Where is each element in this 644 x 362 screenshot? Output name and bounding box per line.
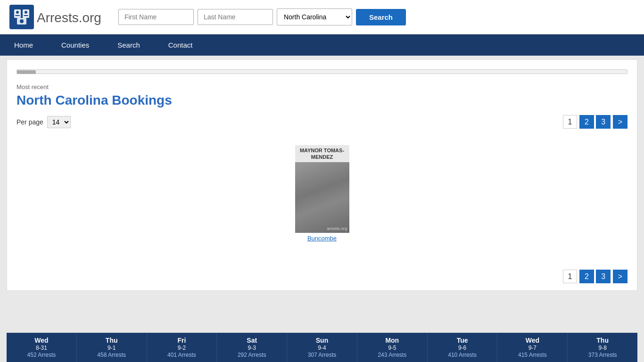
day-cell-6[interactable]: Tue9-6410 Arrests	[428, 333, 498, 362]
logo-text: Arrests.org	[37, 8, 101, 26]
day-cell-2[interactable]: Fri9-2401 Arrests	[147, 333, 217, 362]
day-strip: Wed8-31452 ArrestsThu9-1458 ArrestsFri9-…	[7, 333, 637, 362]
per-page-area: Per page 14 28 42	[17, 116, 71, 128]
last-name-input[interactable]	[198, 9, 273, 25]
day-date: 9-7	[499, 345, 565, 351]
day-name: Fri	[149, 337, 215, 344]
booking-name: MAYNOR TOMAS-MENDEZ	[295, 145, 349, 163]
nav-contact[interactable]: Contact	[154, 34, 207, 56]
first-name-input[interactable]	[118, 9, 194, 25]
day-count: 373 Arrests	[570, 352, 636, 358]
day-name: Sun	[289, 337, 355, 344]
page-1-bottom[interactable]: 1	[563, 270, 578, 283]
booking-grid: MAYNOR TOMAS-MENDEZ arrests.org Buncombe	[17, 136, 627, 268]
main-nav: Home Counties Search Contact	[0, 34, 644, 56]
controls-row: Per page 14 28 42 1 2 3 >	[17, 116, 627, 128]
pagination-bottom: 1 2 3 >	[563, 272, 627, 281]
day-cell-1[interactable]: Thu9-1458 Arrests	[77, 333, 147, 362]
scroll-area[interactable]	[17, 69, 627, 74]
svg-point-2	[16, 11, 19, 14]
svg-point-3	[25, 11, 27, 14]
most-recent-label: Most recent	[17, 83, 627, 90]
day-date: 9-5	[359, 345, 425, 351]
nav-counties[interactable]: Counties	[47, 34, 103, 56]
booking-county[interactable]: Buncombe	[295, 233, 349, 244]
next-page-top[interactable]: >	[613, 115, 627, 129]
day-cell-3[interactable]: Sat9-3292 Arrests	[217, 333, 287, 362]
day-count: 452 Arrests	[8, 352, 74, 358]
day-name: Thu	[79, 337, 145, 344]
per-page-label: Per page	[17, 118, 43, 126]
page-2-bottom[interactable]: 2	[579, 270, 594, 283]
booking-photo: arrests.org	[295, 162, 349, 233]
booking-photo-inner	[295, 162, 349, 233]
page-3-bottom[interactable]: 3	[596, 270, 611, 283]
per-page-select[interactable]: 14 28 42	[47, 116, 71, 128]
day-count: 410 Arrests	[429, 352, 495, 358]
day-date: 9-1	[79, 345, 145, 351]
day-count: 401 Arrests	[149, 352, 215, 358]
svg-point-7	[20, 19, 24, 23]
day-cell-4[interactable]: Sun9-4307 Arrests	[287, 333, 357, 362]
scroll-thumb	[17, 70, 36, 74]
page-1-top[interactable]: 1	[563, 115, 578, 129]
day-name: Sat	[219, 337, 285, 344]
day-count: 458 Arrests	[79, 352, 145, 358]
state-select[interactable]: North Carolina Alabama Alaska California	[277, 8, 352, 25]
page-heading: Most recent North Carolina Bookings	[17, 69, 627, 108]
booking-card[interactable]: MAYNOR TOMAS-MENDEZ arrests.org Buncombe	[295, 145, 349, 258]
svg-rect-4	[15, 15, 20, 16]
nav-home[interactable]: Home	[0, 34, 47, 56]
page-2-top[interactable]: 2	[579, 115, 594, 129]
day-date: 9-2	[149, 345, 215, 351]
day-date: 9-6	[429, 345, 495, 351]
page-title: North Carolina Bookings	[17, 92, 627, 108]
day-name: Mon	[359, 337, 425, 344]
day-count: 292 Arrests	[219, 352, 285, 358]
search-button[interactable]: Search	[356, 9, 406, 25]
day-name: Wed	[8, 337, 74, 344]
day-date: 9-4	[289, 345, 355, 351]
day-count: 307 Arrests	[289, 352, 355, 358]
header-form: North Carolina Alabama Alaska California…	[118, 8, 406, 25]
booking-watermark: arrests.org	[327, 226, 347, 231]
day-count: 415 Arrests	[499, 352, 565, 358]
logo-area[interactable]: Arrests.org	[9, 5, 101, 29]
day-cell-8[interactable]: Thu9-8373 Arrests	[568, 333, 637, 362]
logo-icon	[9, 5, 34, 29]
header: Arrests.org North Carolina Alabama Alask…	[0, 0, 644, 34]
svg-rect-5	[24, 15, 28, 16]
day-date: 9-8	[570, 345, 636, 351]
day-name: Tue	[429, 337, 495, 344]
day-cell-7[interactable]: Wed9-7415 Arrests	[497, 333, 568, 362]
day-cell-5[interactable]: Mon9-5243 Arrests	[357, 333, 428, 362]
day-date: 9-3	[219, 345, 285, 351]
day-name: Wed	[499, 337, 565, 344]
nav-search[interactable]: Search	[103, 34, 154, 56]
day-cell-0[interactable]: Wed8-31452 Arrests	[7, 333, 77, 362]
next-page-bottom[interactable]: >	[613, 270, 627, 283]
controls-row-bottom: 1 2 3 >	[17, 272, 627, 281]
day-name: Thu	[570, 337, 636, 344]
day-date: 8-31	[8, 345, 74, 351]
day-count: 243 Arrests	[359, 352, 425, 358]
main-content: Most recent North Carolina Bookings Per …	[7, 59, 637, 291]
pagination-top: 1 2 3 >	[563, 118, 627, 126]
page-3-top[interactable]: 3	[596, 115, 611, 129]
